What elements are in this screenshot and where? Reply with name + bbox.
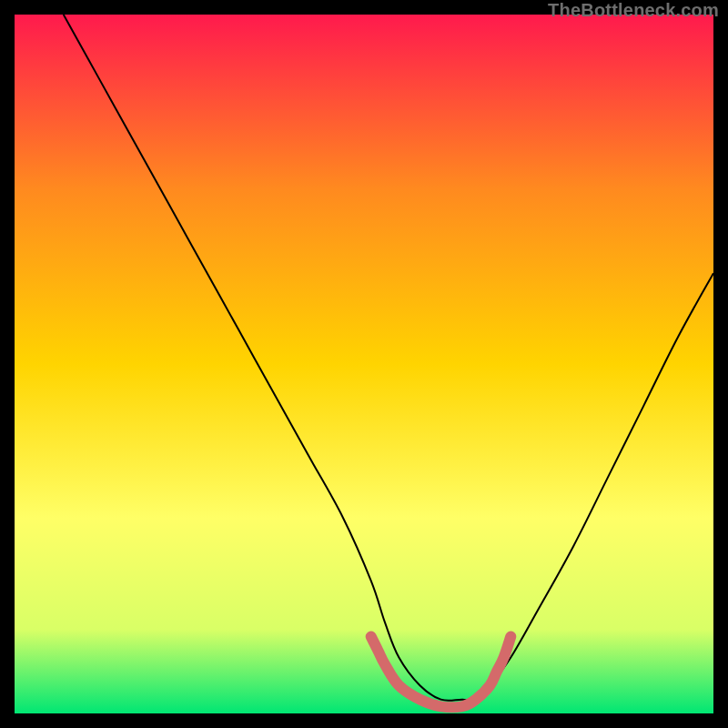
bottleneck-chart	[15, 15, 713, 713]
chart-frame: TheBottleneck.com	[0, 0, 728, 728]
gradient-bg	[15, 15, 713, 713]
watermark: TheBottleneck.com	[548, 0, 719, 21]
